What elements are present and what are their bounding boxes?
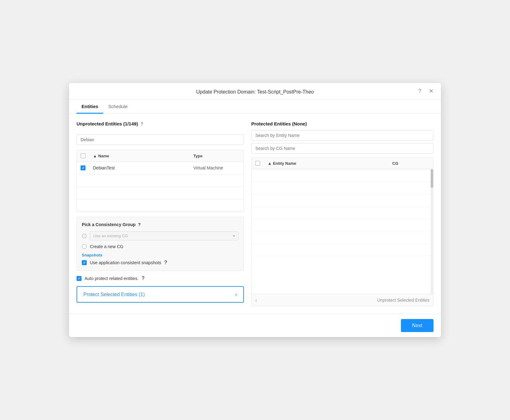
row-checkbox-0[interactable] <box>81 165 86 170</box>
tab-schedule[interactable]: Schedule <box>103 99 133 114</box>
unprotect-selected-button[interactable]: Unprotect Selected Entities <box>377 298 429 303</box>
right-empty-row-1 <box>252 169 433 182</box>
col-name-header: ▲ Name <box>93 154 193 158</box>
unprotected-table-header: ▲ Name Type <box>77 150 244 162</box>
snapshots-label: Snapshots <box>82 253 239 257</box>
cg-title: Pick a Consistency Group ? <box>82 222 239 227</box>
right-empty-row-3 <box>252 194 433 206</box>
unprotected-table: ▲ Name Type DebianTest Virtual Machine <box>77 150 244 212</box>
snapshot-label: Use application consistent snapshots <box>90 260 161 265</box>
table-row: DebianTest Virtual Machine <box>77 162 244 174</box>
right-empty-row-5 <box>252 219 433 231</box>
tabs: Entities Schedule <box>69 99 441 114</box>
unprotected-help-icon[interactable]: ? <box>140 121 143 126</box>
col-entity-header: ▲ Entity Name <box>268 161 392 166</box>
next-button[interactable]: Next <box>401 319 433 332</box>
help-button[interactable]: ? <box>417 87 423 95</box>
scrollbar-track <box>431 169 433 294</box>
scrollbar-thumb[interactable] <box>431 169 433 188</box>
chevron-down-icon: ▾ <box>233 234 235 238</box>
dialog-header: Update Protection Domain: Test-Script_Po… <box>69 83 441 99</box>
protected-table: ▲ Entity Name CG <box>251 157 433 306</box>
radio-new-cg: Create a new CG <box>82 244 239 249</box>
dialog: Update Protection Domain: Test-Script_Po… <box>69 83 441 337</box>
right-panel: Protected Entities (None) ▲ Entity Name … <box>251 121 433 306</box>
snapshot-help-icon[interactable]: ? <box>164 260 167 265</box>
dialog-title: Update Protection Domain: Test-Script_Po… <box>196 89 314 95</box>
sort-asc-icon: ▲ <box>93 154 97 158</box>
auto-protect-help-icon[interactable]: ? <box>142 276 144 281</box>
row-name-0: DebianTest <box>93 165 193 170</box>
right-empty-row-2 <box>252 182 433 194</box>
protected-entities-title: Protected Entities (None) <box>251 121 433 126</box>
protected-table-footer: ‹ Unprotect Selected Entities <box>252 294 433 306</box>
snapshot-checkbox[interactable] <box>82 260 87 265</box>
radio-existing-cg-btn[interactable] <box>82 234 87 238</box>
col-type-header: Type <box>193 154 240 158</box>
search-cg-name-input[interactable] <box>251 143 433 154</box>
protected-table-header: ▲ Entity Name CG <box>252 158 433 169</box>
snapshots-section: Snapshots Use application consistent sna… <box>82 253 239 265</box>
close-button[interactable]: ✕ <box>428 87 435 95</box>
left-panel: Unprotected Entities (1/149) ? ▲ Name Ty… <box>77 121 244 306</box>
dialog-header-icons: ? ✕ <box>417 87 435 95</box>
cg-dropdown[interactable]: Use an existing CG ▾ <box>90 231 239 240</box>
select-all-checkbox[interactable] <box>81 153 86 158</box>
row-type-0: Virtual Machine <box>193 165 240 170</box>
auto-protect-row: Auto protect related entities. ? <box>77 276 244 281</box>
protect-selected-button[interactable]: Protect Selected Entities (1) › <box>77 286 244 303</box>
cg-help-icon[interactable]: ? <box>138 222 141 227</box>
unprotected-entities-title: Unprotected Entities (1/149) ? <box>77 121 244 126</box>
right-empty-row-4 <box>252 206 433 219</box>
protect-btn-arrow-icon: › <box>235 291 237 298</box>
protected-select-all-checkbox[interactable] <box>255 161 260 166</box>
right-empty-row-7 <box>252 243 433 256</box>
dialog-footer: Next <box>69 314 441 337</box>
right-empty-row-6 <box>252 231 433 243</box>
protected-table-body <box>252 169 433 294</box>
auto-protect-label: Auto protect related entities. <box>85 276 138 281</box>
col-cg-header: CG <box>392 161 429 166</box>
consistency-group-panel: Pick a Consistency Group ? Use an existi… <box>77 217 244 271</box>
sort-asc-icon-right: ▲ <box>268 161 272 166</box>
radio-existing-cg: Use an existing CG ▾ <box>82 231 239 240</box>
right-search-group <box>251 130 433 154</box>
snapshot-option: Use application consistent snapshots ? <box>82 260 239 265</box>
protect-btn-label: Protect Selected Entities (1) <box>83 292 145 297</box>
empty-row-3 <box>77 199 244 212</box>
radio-new-cg-label: Create a new CG <box>90 244 123 249</box>
auto-protect-checkbox[interactable] <box>77 276 81 281</box>
search-entity-name-input[interactable] <box>251 130 433 141</box>
empty-row-1 <box>77 174 244 187</box>
dialog-body: Unprotected Entities (1/149) ? ▲ Name Ty… <box>69 114 441 314</box>
nav-left-button[interactable]: ‹ <box>255 297 257 303</box>
unprotected-search-input[interactable] <box>77 134 244 145</box>
radio-new-cg-btn[interactable] <box>82 244 87 249</box>
empty-row-2 <box>77 187 244 199</box>
tab-entities[interactable]: Entities <box>77 99 103 114</box>
